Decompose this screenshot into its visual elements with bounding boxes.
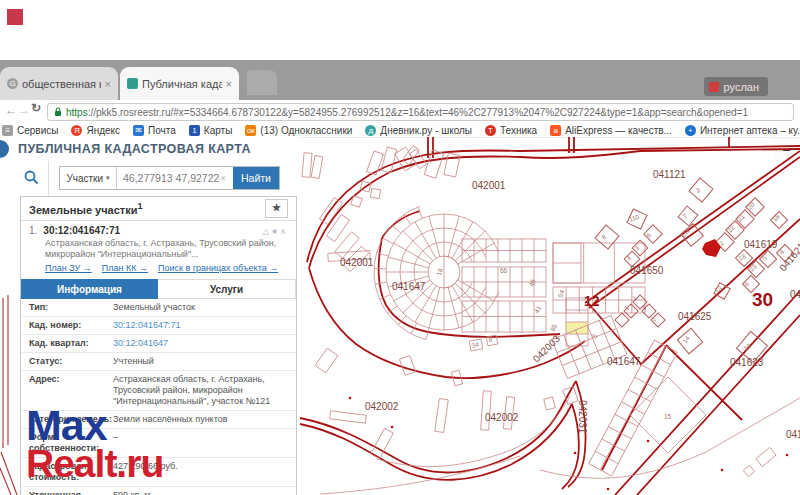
bookmark-label: Почта xyxy=(148,125,176,136)
parcel-number: 6 xyxy=(645,231,653,239)
cadastral-number: 30:12:041647:71 xyxy=(43,225,120,236)
bookmark-label: Техника xyxy=(500,125,537,136)
search-input[interactable]: 46,277913 47,927224 xyxy=(117,167,220,189)
table-row: Кад. номер:30:12:041647:71 xyxy=(21,317,296,335)
parcel-number: 5 xyxy=(761,254,769,262)
browser-tab-2-active[interactable]: Публичная кадастров × xyxy=(120,67,239,100)
quarter-label: 041121 xyxy=(653,169,686,180)
padlock-icon xyxy=(54,107,62,117)
panel-tabs: Информация Услуги xyxy=(21,279,296,299)
bookmark-label: Дневник.ру - школы xyxy=(380,125,472,136)
quarter-label: 042003 xyxy=(531,333,563,365)
desktop-badge xyxy=(7,9,23,25)
bookmark-item[interactable]: ✉Почта xyxy=(133,125,176,136)
search-category-dropdown[interactable]: Участки▾ xyxy=(60,167,117,189)
quarter-label: 041625 xyxy=(678,311,712,322)
tab-strip: G общественная кадастр × Публичная кадас… xyxy=(0,60,800,100)
row-label: Уточненная площадь: xyxy=(29,490,113,495)
bookmark-item[interactable]: ок(13) Одноклассники xyxy=(245,125,352,136)
parcel-number: 8 xyxy=(600,233,608,241)
browser-toolbar: ← → ↻ https://pkk5.rosreestr.ru/#x=53346… xyxy=(0,100,800,123)
quarter-label: 041647 xyxy=(607,356,641,367)
profile-chip[interactable]: руслан xyxy=(704,77,768,96)
row-label: Тип: xyxy=(29,302,113,313)
table-row: Уточненная площадь:599 кв. м xyxy=(21,487,296,495)
tab-services[interactable]: Услуги xyxy=(158,279,296,299)
back-icon[interactable]: ← xyxy=(5,103,17,117)
row-value: Учтенный xyxy=(113,356,288,367)
chevron-down-icon: ▾ xyxy=(106,174,110,182)
bookmark-item[interactable]: дДневник.ру - школы xyxy=(365,125,472,136)
new-tab-button[interactable] xyxy=(247,70,277,95)
bookmark-favicon-icon: a xyxy=(550,125,561,136)
item-link[interactable]: Поиск в границах объекта → xyxy=(158,263,278,273)
bookmark-item[interactable]: ТТехника xyxy=(485,125,537,136)
bookmark-item[interactable]: 1Карты xyxy=(189,125,233,136)
quarter-label: 0416 xyxy=(790,289,800,300)
bookmark-item[interactable]: +Интернет аптека – ку... xyxy=(685,125,800,136)
parcel-number: 15 xyxy=(664,413,672,420)
item-link[interactable]: План КК → xyxy=(102,263,148,273)
bookmark-favicon-icon: Т xyxy=(485,125,496,136)
quarter-label: 042001 xyxy=(340,257,374,268)
parcel-number: 34 xyxy=(471,341,480,349)
item-action-icons[interactable]: △★∧ xyxy=(263,227,288,236)
profile-avatar-icon xyxy=(709,82,719,92)
parcel-number: 110 xyxy=(628,213,640,223)
favorite-star-button[interactable]: ★ xyxy=(265,199,288,218)
row-value[interactable]: 30:12:041647 xyxy=(113,338,288,349)
bookmark-item[interactable]: aAliExpress — качеств... xyxy=(550,125,672,136)
row-value[interactable]: 30:12:041647:71 xyxy=(113,320,288,331)
search-submit-button[interactable]: Найти xyxy=(233,167,279,189)
watermark-line2: Realt.ru xyxy=(26,446,163,482)
list-item[interactable]: 1. 30:12:041647:71 △★∧ Астраханская обла… xyxy=(21,221,296,276)
url-bar[interactable]: https://pkk5.rosreestr.ru/#x=5334664.678… xyxy=(47,103,794,121)
parcel-number: 6 xyxy=(743,280,751,288)
bookmark-label: Карты xyxy=(204,125,233,136)
forward-icon[interactable]: → xyxy=(18,103,30,117)
panel-divider xyxy=(48,161,49,196)
bookmark-favicon-icon: ок xyxy=(245,125,256,136)
quarter-label: 042031 xyxy=(577,400,588,434)
table-row: Тип:Земельный участок xyxy=(21,299,296,317)
item-link[interactable]: План ЗУ → xyxy=(45,263,92,273)
tab2-close-icon[interactable]: × xyxy=(226,78,232,90)
item-icon[interactable]: ★ xyxy=(271,227,280,236)
result-count: 1 xyxy=(137,201,142,211)
row-label: Кад. номер: xyxy=(29,320,113,331)
quarter-label: 041623 xyxy=(730,357,764,368)
quarter-label: 041619 xyxy=(744,239,778,250)
parcel-number: 18 xyxy=(435,267,444,276)
bookmark-favicon-icon: 1 xyxy=(189,125,200,136)
bookmark-item[interactable]: ЯЯндекс xyxy=(71,125,120,136)
bookmark-label: Сервисы xyxy=(17,125,58,136)
url-text: https://pkk5.rosreestr.ru/#x=5334664.678… xyxy=(66,107,748,118)
row-value: Астраханская область, г. Астрахань, Трус… xyxy=(113,374,288,407)
tab-information[interactable]: Информация xyxy=(21,279,158,299)
bookmark-favicon-icon: ≡ xyxy=(2,125,13,136)
tab1-close-icon[interactable]: × xyxy=(105,78,111,90)
item-icon[interactable]: ∧ xyxy=(280,227,288,236)
tab2-favicon-icon xyxy=(127,78,138,89)
parcel-number: 7 xyxy=(681,212,689,220)
parcel-number: 2 xyxy=(650,315,658,323)
tab2-title: Публичная кадастров xyxy=(142,78,222,90)
bookmark-favicon-icon: ✉ xyxy=(133,125,144,136)
watermark-line1: Max xyxy=(26,406,163,446)
browser-tab-1[interactable]: G общественная кадастр × xyxy=(0,67,118,100)
bookmark-item[interactable]: ≡Сервисы xyxy=(2,125,58,136)
page-title: ПУБЛИЧНАЯ КАДАСТРОВАЯ КАРТА xyxy=(18,142,251,156)
quarter-label: 042002 xyxy=(365,401,399,412)
site-header: ПУБЛИЧНАЯ КАДАСТРОВАЯ КАРТА xyxy=(0,137,300,161)
parcel-number: 66 xyxy=(500,267,508,274)
search-icon[interactable] xyxy=(24,170,39,185)
bookmark-label: (13) Одноклассники xyxy=(260,125,352,136)
district-label: 12 xyxy=(584,293,600,309)
parcel-number: 13 xyxy=(713,284,723,294)
table-row: Статус:Учтенный xyxy=(21,353,296,371)
item-icon[interactable]: △ xyxy=(263,227,271,236)
tab1-favicon-icon: G xyxy=(7,78,18,89)
bookmark-favicon-icon: + xyxy=(685,125,696,136)
bookmark-label: AliExpress — качеств... xyxy=(565,125,672,136)
clear-search-icon[interactable]: × xyxy=(220,167,233,189)
